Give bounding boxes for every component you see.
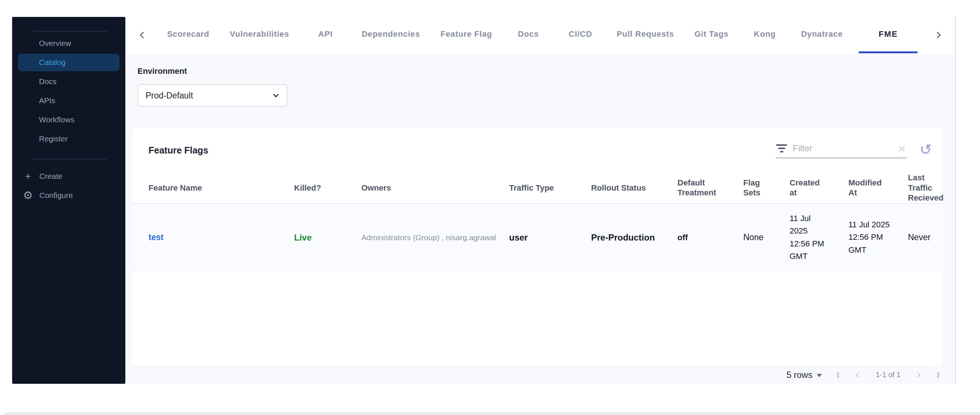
environment-section: Environment Prod-Default [137, 67, 288, 107]
vertical-scrollbar[interactable] [955, 17, 956, 384]
table-row[interactable]: test Live Administrators (Group) , nisar… [132, 204, 943, 272]
sidebar-item-configure[interactable]: ⚙ Configure [12, 186, 125, 205]
last-traffic-recieved-cell: Never [908, 233, 943, 242]
rollout-status-cell: Pre-Production [591, 233, 678, 243]
sidebar: Overview Catalog Docs APIs Workflows Reg… [12, 17, 125, 384]
sidebar-item-register[interactable]: Register [12, 129, 125, 148]
last-page-button[interactable] [935, 372, 939, 378]
column-header-last-traffic-recieved[interactable]: Last Traffic Recieved [908, 173, 943, 203]
environment-select[interactable]: Prod-Default [137, 84, 288, 107]
tab-feature-flag[interactable]: Feature Flag [436, 17, 496, 53]
sidebar-item-create[interactable]: + Create [12, 167, 125, 186]
column-header-rollout-status[interactable]: Rollout Status [591, 183, 678, 193]
killed-status: Live [294, 233, 361, 243]
created-at-cell: 11 Jul 2025 12:56 PM GMT [789, 212, 848, 262]
modified-at-cell: 11 Jul 2025 12:56 PM GMT [848, 219, 908, 256]
refresh-icon[interactable]: ↺ [920, 142, 932, 157]
default-treatment-cell: off [678, 233, 743, 242]
environment-selected-value: Prod-Default [146, 91, 193, 101]
page: Overview Catalog Docs APIs Workflows Reg… [0, 0, 980, 415]
sidebar-item-overview[interactable]: Overview [12, 34, 125, 53]
sidebar-item-label: Catalog [39, 58, 65, 67]
tab-kong[interactable]: Kong [745, 17, 785, 53]
tabs-scroll-left-button[interactable] [135, 17, 151, 53]
first-page-button[interactable] [837, 372, 841, 378]
column-header-owners[interactable]: Owners [361, 183, 509, 193]
entity-tabbar: Scorecard Vulnerabilities API Dependenci… [125, 17, 955, 53]
environment-label: Environment [137, 67, 288, 76]
filter-input[interactable] [792, 143, 891, 154]
sidebar-item-catalog[interactable]: Catalog [18, 54, 119, 71]
sidebar-actions: + Create ⚙ Configure [12, 167, 125, 205]
feature-flags-panel: Feature Flags × ↺ Feature Name Killed? O… [132, 128, 943, 366]
column-header-modified-at[interactable]: Modified At [848, 178, 908, 198]
next-page-button[interactable] [916, 373, 920, 377]
chevron-down-icon [273, 92, 279, 97]
pagination-bar: 5 rows 1-1 of 1 [786, 366, 939, 384]
feature-name-link[interactable]: test [148, 233, 294, 242]
tab-docs[interactable]: Docs [508, 17, 549, 53]
column-header-default-treatment[interactable]: Default Treatment [678, 178, 743, 198]
sidebar-nav: Overview Catalog Docs APIs Workflows Reg… [12, 34, 125, 148]
sidebar-action-label: Create [39, 172, 62, 181]
fme-tab-content: Environment Prod-Default Feature Flags ×… [125, 53, 955, 384]
sidebar-item-label: Docs [39, 77, 57, 86]
plus-icon: + [22, 171, 33, 181]
horizontal-scrollbar[interactable] [4, 412, 980, 415]
column-header-flag-sets[interactable]: Flag Sets [743, 178, 789, 198]
caret-down-icon [817, 374, 822, 377]
flag-sets-cell: None [743, 233, 789, 242]
column-header-traffic-type[interactable]: Traffic Type [509, 183, 591, 193]
tab-api[interactable]: API [305, 17, 345, 53]
tab-git-tags[interactable]: Git Tags [690, 17, 733, 53]
tab-cicd[interactable]: CI/CD [560, 17, 601, 53]
tab-scorecard[interactable]: Scorecard [163, 17, 214, 53]
owners-cell: Administrators (Group) , nisarg.agrawal [361, 233, 509, 242]
tabs-scroll-right-button[interactable] [929, 17, 945, 53]
sidebar-item-label: APIs [39, 96, 55, 105]
sidebar-item-label: Workflows [39, 115, 74, 124]
tab-fme[interactable]: FME [859, 17, 918, 53]
chevron-left-icon [856, 372, 861, 377]
tab-vulnerabilities[interactable]: Vulnerabilities [225, 17, 294, 53]
sidebar-divider-bottom [32, 158, 107, 159]
sidebar-item-apis[interactable]: APIs [12, 91, 125, 110]
rows-per-page-value: 5 rows [786, 370, 812, 380]
table-header-row: Feature Name Killed? Owners Traffic Type… [132, 173, 943, 204]
column-header-killed[interactable]: Killed? [294, 183, 361, 193]
filter-icon [776, 144, 788, 152]
gear-icon: ⚙ [22, 190, 33, 201]
chevron-right-icon [915, 372, 920, 377]
panel-header: Feature Flags × ↺ [132, 128, 943, 173]
sidebar-action-label: Configure [39, 191, 73, 200]
panel-title: Feature Flags [148, 145, 208, 156]
traffic-type-cell: user [509, 233, 591, 243]
column-header-created-at[interactable]: Created at [789, 178, 848, 198]
tab-dynatrace[interactable]: Dynatrace [797, 17, 847, 53]
chevron-left-icon [140, 32, 146, 38]
sidebar-item-label: Overview [39, 39, 71, 48]
sidebar-divider-top [32, 31, 107, 32]
prev-page-button[interactable] [856, 373, 860, 377]
clear-filter-icon[interactable]: × [897, 142, 907, 155]
sidebar-item-label: Register [39, 135, 68, 143]
tab-pull-requests[interactable]: Pull Requests [612, 17, 679, 53]
page-range: 1-1 of 1 [876, 371, 900, 379]
column-header-feature-name[interactable]: Feature Name [148, 183, 294, 193]
tab-dependencies[interactable]: Dependencies [357, 17, 425, 53]
chevron-right-icon [934, 32, 941, 38]
sidebar-item-docs[interactable]: Docs [12, 72, 125, 91]
filter-field: × [776, 142, 907, 158]
rows-per-page-select[interactable]: 5 rows [786, 370, 822, 380]
sidebar-item-workflows[interactable]: Workflows [12, 110, 125, 129]
